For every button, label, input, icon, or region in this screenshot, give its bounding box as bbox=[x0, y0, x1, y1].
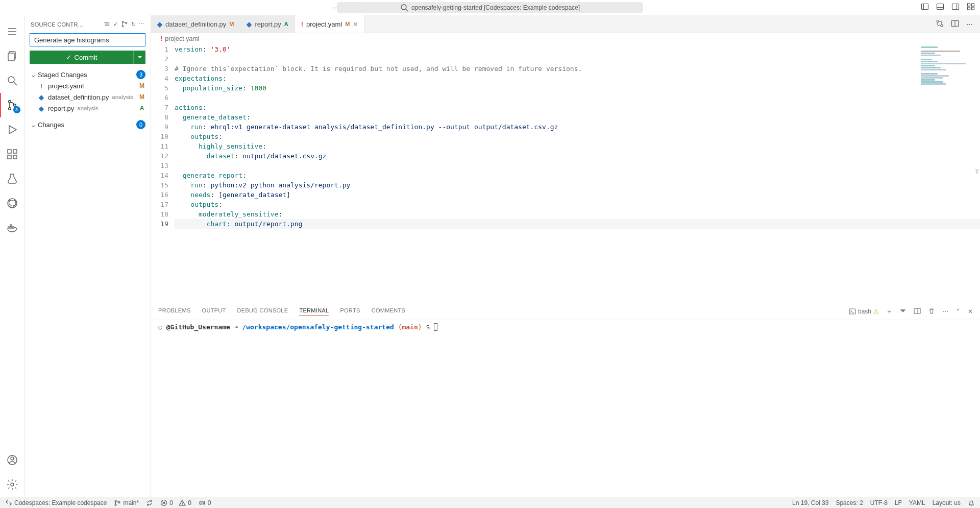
sidebar-title: SOURCE CONTR... bbox=[31, 21, 100, 28]
panel-tab[interactable]: OUTPUT bbox=[202, 307, 226, 316]
status-sync[interactable] bbox=[146, 499, 153, 506]
activity-docker[interactable] bbox=[0, 215, 24, 240]
code-line[interactable]: dataset: output/dataset.csv.gz bbox=[175, 151, 980, 161]
svg-line-1 bbox=[406, 9, 408, 11]
editor-tab[interactable]: !project.yamlM✕ bbox=[295, 15, 365, 33]
code-line[interactable]: generate_report: bbox=[175, 171, 980, 180]
layout-customize-icon[interactable] bbox=[967, 3, 975, 12]
code-line[interactable]: expectations: bbox=[175, 74, 980, 83]
status-ports[interactable]: 0 bbox=[199, 499, 211, 506]
code-line[interactable]: chart: output/report.png bbox=[175, 219, 980, 229]
status-notifications[interactable] bbox=[968, 499, 975, 506]
code-line[interactable]: actions: bbox=[175, 103, 980, 112]
commit-button-label: Commit bbox=[75, 54, 97, 61]
panel-tab[interactable]: TERMINAL bbox=[299, 307, 329, 316]
status-ln-col[interactable]: Ln 19, Col 33 bbox=[792, 499, 828, 506]
panel-tab[interactable]: PROBLEMS bbox=[158, 307, 191, 316]
file-icon: ◆ bbox=[247, 20, 252, 28]
staged-file[interactable]: !project.yamlM bbox=[30, 80, 145, 91]
refresh-icon[interactable]: ↻ bbox=[131, 21, 136, 28]
status-branch[interactable]: main* bbox=[114, 499, 139, 506]
panel-left-icon[interactable] bbox=[921, 3, 929, 12]
staged-changes-header[interactable]: ⌄ Staged Changes 3 bbox=[30, 69, 145, 80]
code-line[interactable]: outputs: bbox=[175, 132, 980, 141]
code-line[interactable] bbox=[175, 93, 980, 103]
code-line[interactable]: run: ehrql:v1 generate-dataset analysis/… bbox=[175, 122, 980, 132]
activity-explorer[interactable] bbox=[0, 44, 24, 68]
commit-dropdown[interactable] bbox=[133, 51, 145, 64]
terminal-shell-label[interactable]: bash⚠ bbox=[849, 308, 879, 315]
compare-changes-icon[interactable] bbox=[936, 19, 944, 29]
commit-check-icon[interactable]: ✓ bbox=[113, 21, 118, 28]
svg-rect-29 bbox=[10, 227, 12, 228]
tab-label: dataset_definition.py bbox=[165, 20, 226, 28]
split-editor-icon[interactable] bbox=[951, 19, 959, 29]
activity-extensions[interactable] bbox=[0, 142, 24, 166]
split-terminal-icon[interactable] bbox=[914, 307, 921, 316]
staged-file[interactable]: ◆dataset_definition.pyanalysisM bbox=[30, 91, 145, 103]
code-line[interactable]: outputs: bbox=[175, 200, 980, 209]
activity-testing[interactable] bbox=[0, 166, 24, 191]
terminal-dropdown-icon[interactable] bbox=[899, 307, 906, 316]
status-spaces[interactable]: Spaces: 2 bbox=[836, 499, 863, 506]
code-line[interactable]: highly_sensitive: bbox=[175, 141, 980, 151]
breadcrumb[interactable]: ! project.yaml bbox=[151, 33, 980, 44]
status-problems[interactable]: 0 0 bbox=[160, 499, 191, 506]
panel-tab[interactable]: PORTS bbox=[340, 307, 360, 316]
panel-tab[interactable]: COMMENTS bbox=[372, 307, 406, 316]
panel-bottom-icon[interactable] bbox=[936, 3, 944, 12]
code-line[interactable]: needs: [generate_dataset] bbox=[175, 190, 980, 200]
nav-forward-icon[interactable]: → bbox=[348, 4, 355, 12]
new-terminal-icon[interactable]: ＋ bbox=[886, 307, 892, 316]
activity-search[interactable] bbox=[0, 68, 24, 93]
svg-point-17 bbox=[8, 77, 14, 83]
nav-back-icon[interactable]: ← bbox=[332, 4, 339, 12]
panel-tab[interactable]: DEBUG CONSOLE bbox=[237, 307, 288, 316]
text-cursor-indicator: T bbox=[975, 167, 979, 177]
close-panel-icon[interactable]: ✕ bbox=[968, 308, 973, 315]
activity-source-control[interactable]: 3 bbox=[0, 93, 24, 117]
editor-tab[interactable]: ◆dataset_definition.pyM bbox=[151, 15, 240, 33]
activity-accounts[interactable] bbox=[0, 448, 24, 472]
staged-file[interactable]: ◆report.pyanalysisA bbox=[30, 103, 145, 114]
maximize-panel-icon[interactable]: ⌃ bbox=[955, 308, 961, 315]
scm-badge: 3 bbox=[13, 106, 20, 113]
code-line[interactable] bbox=[175, 54, 980, 64]
status-remote[interactable]: Codespaces: Example codespace bbox=[5, 499, 107, 506]
more-icon[interactable]: ⋯ bbox=[139, 21, 144, 28]
status-layout[interactable]: Layout: us bbox=[933, 499, 961, 506]
view-as-tree-icon[interactable] bbox=[103, 20, 110, 29]
code-line[interactable]: moderately_sensitive: bbox=[175, 209, 980, 219]
status-eol[interactable]: LF bbox=[895, 499, 902, 506]
activity-github[interactable] bbox=[0, 191, 24, 215]
command-center[interactable]: opensafely-getting-started [Codespaces: … bbox=[337, 2, 643, 13]
code-line[interactable] bbox=[175, 161, 980, 171]
kill-terminal-icon[interactable] bbox=[928, 307, 935, 316]
more-actions-icon[interactable]: ⋯ bbox=[966, 20, 973, 28]
activity-run-debug[interactable] bbox=[0, 117, 24, 142]
commit-message-input[interactable] bbox=[30, 33, 145, 46]
status-encoding[interactable]: UTF-8 bbox=[870, 499, 888, 506]
activity-settings[interactable] bbox=[0, 472, 24, 497]
file-icon: ! bbox=[301, 20, 303, 28]
code-line[interactable]: version: '3.0' bbox=[175, 44, 980, 54]
changes-header[interactable]: ⌄ Changes 0 bbox=[30, 119, 145, 130]
close-icon[interactable]: ✕ bbox=[353, 20, 358, 28]
terminal-body[interactable]: ○ @GitHub_Username ➜ /workspaces/opensaf… bbox=[151, 320, 980, 497]
svg-rect-25 bbox=[13, 155, 17, 159]
commit-button[interactable]: ✓ Commit bbox=[30, 51, 133, 64]
scm-branch-icon[interactable] bbox=[121, 20, 128, 29]
staged-changes-label: Staged Changes bbox=[38, 71, 87, 79]
code-line[interactable]: run: python:v2 python analysis/report.py bbox=[175, 180, 980, 190]
code-line[interactable]: # Ignore this`expectation` block. It is … bbox=[175, 64, 980, 74]
editor-tab[interactable]: ◆report.pyA bbox=[240, 15, 295, 33]
panel-right-icon[interactable] bbox=[951, 3, 960, 12]
code-line[interactable]: generate_dataset: bbox=[175, 112, 980, 122]
panel-more-icon[interactable]: ⋯ bbox=[942, 308, 948, 315]
svg-rect-4 bbox=[937, 4, 944, 10]
code-line[interactable]: population_size: 1000 bbox=[175, 83, 980, 93]
status-language[interactable]: YAML bbox=[909, 499, 925, 506]
activity-menu[interactable] bbox=[0, 19, 24, 44]
editor-tabs: ◆dataset_definition.pyM◆report.pyA!proje… bbox=[151, 15, 980, 33]
code-editor[interactable]: 12345678910111213141516171819 version: '… bbox=[151, 44, 980, 303]
